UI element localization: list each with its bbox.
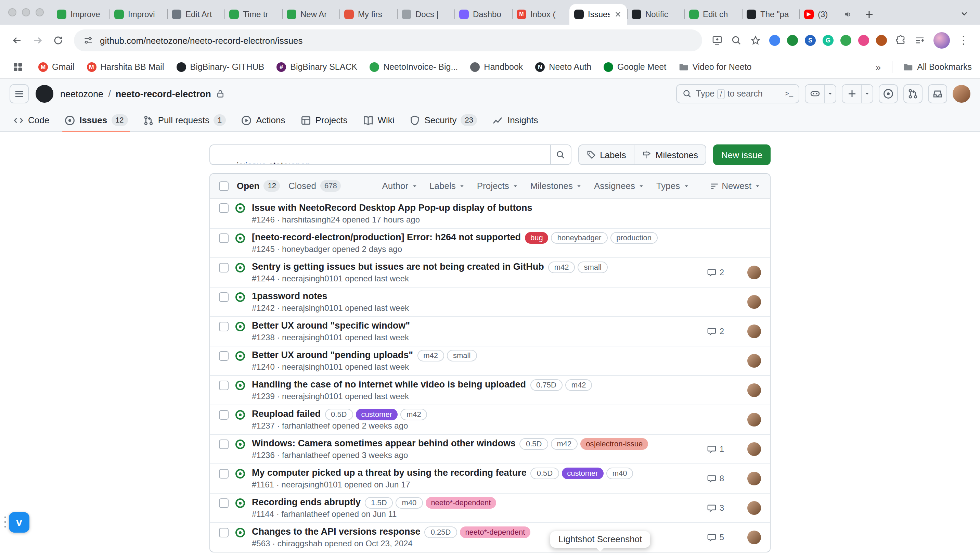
bookmark-item[interactable]: Handbook bbox=[470, 62, 523, 72]
extension-icon[interactable]: S bbox=[805, 35, 816, 46]
window-minimize-button[interactable] bbox=[22, 8, 30, 17]
issue-checkbox[interactable] bbox=[219, 440, 229, 449]
extensions-menu-icon[interactable] bbox=[895, 35, 906, 46]
issue-row[interactable]: Windows: Camera sometimes appear behind … bbox=[210, 434, 770, 463]
issue-label[interactable]: 0.75D bbox=[530, 379, 562, 390]
pull-requests-dashboard-icon[interactable] bbox=[903, 84, 922, 103]
issue-label[interactable]: os|electron-issue bbox=[580, 438, 648, 450]
new-tab-button[interactable] bbox=[864, 9, 875, 20]
browser-tab[interactable]: Dashbo bbox=[454, 4, 512, 25]
issue-title[interactable]: Changes to the API versions response bbox=[252, 526, 421, 538]
window-close-button[interactable] bbox=[8, 8, 17, 17]
breadcrumb-owner[interactable]: neetozone bbox=[60, 89, 103, 99]
labels-button[interactable]: Labels bbox=[578, 145, 634, 165]
issue-label[interactable]: m40 bbox=[606, 467, 633, 479]
issue-title[interactable]: Windows: Camera sometimes appear behind … bbox=[252, 437, 516, 450]
issue-label[interactable]: customer bbox=[356, 408, 398, 420]
issue-title[interactable]: 1password notes bbox=[252, 290, 328, 303]
assignee-avatar[interactable] bbox=[747, 472, 761, 485]
issue-label[interactable]: production bbox=[610, 232, 658, 243]
browser-tab[interactable]: Time tr bbox=[225, 4, 282, 25]
repo-nav-tab[interactable]: Wiki bbox=[356, 109, 400, 132]
browser-tab[interactable]: Issues bbox=[569, 4, 627, 25]
issue-title[interactable]: Recording ends abruptly bbox=[252, 496, 361, 509]
issue-checkbox[interactable] bbox=[219, 351, 229, 361]
browser-tab[interactable]: M Inbox ( bbox=[512, 4, 569, 25]
record-widget[interactable]: v bbox=[3, 512, 30, 533]
issue-row[interactable]: Issue with NeetoRecord Desktop App Pop-u… bbox=[210, 198, 770, 228]
open-issues-tab[interactable]: Open12 bbox=[237, 180, 280, 192]
issues-dashboard-icon[interactable] bbox=[879, 84, 898, 103]
repo-nav-tab[interactable]: Pull requests 1 bbox=[137, 109, 232, 132]
comment-count[interactable]: 2 bbox=[707, 268, 724, 277]
bookmark-item[interactable]: M Harshita BB Mail bbox=[87, 62, 164, 72]
filter-dropdown[interactable]: Author bbox=[382, 181, 418, 191]
issue-title[interactable]: Better UX around "pending uploads" bbox=[252, 349, 413, 362]
issue-row[interactable]: Sentry is getting issues but issues are … bbox=[210, 257, 770, 287]
bookmark-item[interactable]: # BigBinary SLACK bbox=[276, 62, 357, 72]
repo-nav-tab[interactable]: Actions bbox=[235, 109, 291, 132]
reload-button[interactable] bbox=[53, 35, 64, 46]
issue-checkbox[interactable] bbox=[219, 233, 229, 243]
issue-label[interactable]: m42 bbox=[417, 350, 444, 361]
apps-grid-icon[interactable] bbox=[12, 62, 23, 73]
issue-checkbox[interactable] bbox=[219, 498, 229, 508]
extension-icon[interactable] bbox=[840, 35, 851, 46]
github-search-input[interactable]: Type/to search >_ bbox=[676, 84, 799, 103]
site-settings-icon[interactable] bbox=[83, 36, 93, 45]
assignee-avatar[interactable] bbox=[747, 413, 761, 427]
bookmark-item[interactable]: BigBinary- GITHUB bbox=[176, 62, 265, 72]
filter-dropdown[interactable]: Assignees bbox=[594, 181, 645, 191]
issue-row[interactable]: Better UX around "specific window" #1238… bbox=[210, 316, 770, 346]
tab-close-icon[interactable] bbox=[614, 10, 622, 18]
bookmarks-overflow-button[interactable]: » bbox=[876, 62, 881, 73]
issue-label[interactable]: 0.5D bbox=[325, 408, 353, 420]
issue-label[interactable]: 0.25D bbox=[425, 526, 457, 538]
profile-avatar[interactable] bbox=[933, 32, 950, 48]
bookmark-item[interactable]: N Neeto Auth bbox=[535, 62, 591, 72]
browser-tab[interactable]: Improve bbox=[52, 4, 110, 25]
repo-nav-tab[interactable]: Security 23 bbox=[403, 109, 484, 132]
issue-checkbox[interactable] bbox=[219, 322, 229, 331]
issue-row[interactable]: [neeto-record-electron/production] Error… bbox=[210, 228, 770, 257]
issue-label[interactable]: 0.5D bbox=[520, 438, 548, 450]
issues-filter-input[interactable]: is:issue state:open bbox=[210, 145, 571, 165]
bookmark-item[interactable]: NeetoInvoice- Big... bbox=[369, 62, 458, 72]
browser-tab[interactable]: Notific bbox=[627, 4, 684, 25]
issue-title[interactable]: Better UX around "specific window" bbox=[252, 320, 410, 332]
assignee-avatar[interactable] bbox=[747, 383, 761, 397]
assignee-avatar[interactable] bbox=[747, 530, 761, 544]
issue-label[interactable]: m40 bbox=[396, 497, 423, 508]
global-nav-menu-button[interactable] bbox=[10, 84, 29, 103]
create-new-icon[interactable] bbox=[842, 85, 861, 103]
issue-label[interactable]: bug bbox=[525, 232, 549, 243]
url-text[interactable]: github.com/neetozone/neeto-record-electr… bbox=[100, 35, 303, 45]
repo-nav-tab[interactable]: Issues 12 bbox=[58, 109, 134, 132]
issue-row[interactable]: Recording ends abruptly 1.5Dm40neeto*-de… bbox=[210, 493, 770, 522]
address-bar[interactable]: github.com/neetozone/neeto-record-electr… bbox=[74, 30, 702, 51]
issue-label[interactable]: 0.5D bbox=[531, 467, 559, 479]
comment-count[interactable]: 8 bbox=[707, 474, 724, 483]
window-zoom-button[interactable] bbox=[36, 8, 44, 17]
bookmark-item[interactable]: Video for Neeto bbox=[679, 62, 751, 72]
issue-row[interactable]: Handling the case of no internet while v… bbox=[210, 375, 770, 405]
tab-audio-icon[interactable] bbox=[844, 10, 852, 18]
issue-row[interactable]: 1password notes #1242 · neerajsingh0101 … bbox=[210, 287, 770, 316]
bookmark-star-icon[interactable] bbox=[750, 35, 761, 46]
copilot-icon[interactable] bbox=[805, 85, 824, 103]
reading-list-icon[interactable] bbox=[914, 35, 925, 46]
assignee-avatar[interactable] bbox=[747, 266, 761, 279]
issue-checkbox[interactable] bbox=[219, 292, 229, 302]
filter-search-button[interactable] bbox=[550, 145, 571, 164]
forward-button[interactable] bbox=[32, 35, 43, 46]
command-palette-icon[interactable]: >_ bbox=[785, 90, 793, 98]
notifications-inbox-icon[interactable] bbox=[928, 84, 947, 103]
browser-tab[interactable]: Improvi bbox=[110, 4, 167, 25]
sort-dropdown[interactable]: Newest bbox=[709, 181, 761, 191]
issue-checkbox[interactable] bbox=[219, 381, 229, 390]
github-logo-icon[interactable] bbox=[36, 85, 53, 103]
issue-checkbox[interactable] bbox=[219, 263, 229, 272]
issue-label[interactable]: m42 bbox=[400, 408, 428, 420]
filter-dropdown[interactable]: Types bbox=[656, 181, 689, 191]
issue-row[interactable]: Better UX around "pending uploads" m42sm… bbox=[210, 346, 770, 375]
